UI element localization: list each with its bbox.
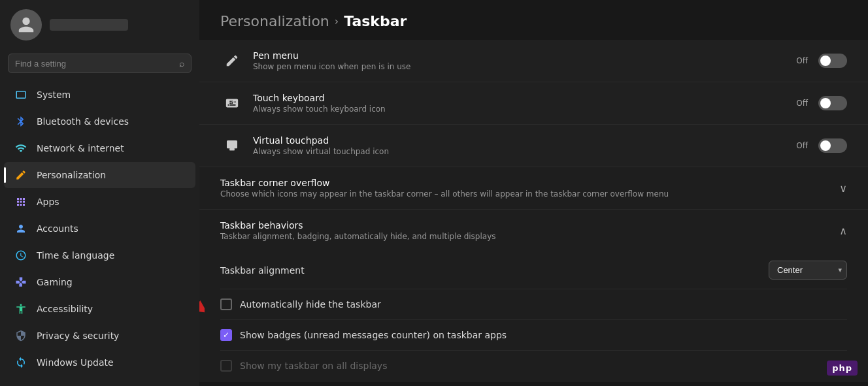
show-badges-checkbox[interactable] [220,329,232,341]
sidebar-item-update[interactable]: Windows Update [4,349,195,376]
virtual-touchpad-toggle-label: Off [796,141,808,150]
virtual-touchpad-title: Virtual touchpad [253,135,796,146]
sidebar-label-gaming: Gaming [37,277,73,287]
touch-keyboard-title: Touch keyboard [253,93,796,103]
alignment-select[interactable]: Center Left [769,261,847,280]
sidebar-item-apps[interactable]: Apps [4,189,195,215]
sidebar-item-gaming[interactable]: Gaming [4,269,195,295]
taskbar-behaviors-title: Taskbar behaviors [220,220,839,231]
sidebar-item-accessibility[interactable]: Accessibility [4,296,195,322]
taskbar-corner-overflow-title: Taskbar corner overflow [220,178,839,188]
sidebar-nav: System Bluetooth & devices Network & int… [0,80,199,386]
avatar[interactable] [10,9,42,40]
sidebar-item-system[interactable]: System [4,82,195,108]
privacy-icon [14,329,27,342]
gaming-icon [14,276,27,289]
sidebar-label-time: Time & language [37,250,114,261]
breadcrumb-current: Taskbar [344,13,407,29]
breadcrumb-chevron: › [335,15,339,27]
accessibility-icon [14,302,27,315]
user-icon [17,16,35,34]
alignment-label: Taskbar alignment [220,265,761,276]
update-icon [14,356,27,369]
system-icon [14,88,27,101]
sidebar-label-network: Network & internet [37,143,124,153]
time-icon [14,249,27,262]
bluetooth-icon [14,115,27,128]
virtual-touchpad-toggle[interactable] [818,138,847,153]
sidebar-item-accounts[interactable]: Accounts [4,216,195,242]
touch-keyboard-toggle-wrap: Off [796,96,847,110]
main-content: Personalization › Taskbar Pen menu Show … [199,0,868,386]
virtual-touchpad-desc: Always show virtual touchpad icon [253,147,796,156]
pen-menu-desc: Show pen menu icon when pen is in use [253,62,796,71]
taskbar-behaviors-header[interactable]: Taskbar behaviors Taskbar alignment, bad… [199,210,868,251]
page-header: Personalization › Taskbar [199,0,868,40]
virtual-touchpad-toggle-wrap: Off [796,138,847,153]
touch-keyboard-text: Touch keyboard Always show touch keyboar… [253,93,796,114]
auto-hide-checkbox[interactable] [220,298,232,310]
svg-rect-1 [229,149,234,151]
search-bar[interactable]: ⌕ [8,54,192,73]
username-block [50,19,128,31]
sidebar-label-update: Windows Update [37,357,114,368]
sidebar-label-privacy: Privacy & security [37,330,119,341]
network-icon [14,142,27,155]
taskbar-behaviors-content: Taskbar alignment Center Left ▾ [199,251,868,381]
pen-menu-row: Pen menu Show pen menu icon when pen is … [199,40,868,82]
svg-line-3 [199,297,201,308]
pen-icon [220,49,244,72]
keyboard-icon [220,91,244,115]
php-badge: php [827,361,858,376]
touch-keyboard-toggle-label: Off [796,99,808,108]
alignment-dropdown-wrap: Center Left ▾ [769,261,847,280]
alignment-row: Taskbar alignment Center Left ▾ [220,251,847,289]
taskbar-corner-overflow-desc: Choose which icons may appear in the tas… [220,189,839,199]
breadcrumb-parent: Personalization [220,13,329,29]
taskbar-corner-overflow-header[interactable]: Taskbar corner overflow Choose which ico… [199,167,868,210]
search-icon: ⌕ [179,58,184,69]
touch-keyboard-desc: Always show touch keyboard icon [253,105,796,114]
sidebar-label-accounts: Accounts [37,223,78,234]
sidebar-label-personalization: Personalization [37,170,106,180]
touchpad-icon [220,134,244,157]
sidebar-label-accessibility: Accessibility [37,304,93,314]
touch-keyboard-row: Touch keyboard Always show touch keyboar… [199,82,868,125]
sidebar-item-bluetooth[interactable]: Bluetooth & devices [4,108,195,135]
sidebar-item-personalization[interactable]: Personalization [4,162,195,188]
show-badges-row: Show badges (unread messages counter) on… [220,320,847,351]
sidebar-item-network[interactable]: Network & internet [4,135,195,161]
show-all-displays-label: Show my taskbar on all displays [240,361,387,371]
auto-hide-label: Automatically hide the taskbar [240,299,381,310]
apps-icon [14,195,27,208]
sidebar-header [0,0,199,50]
sidebar-item-privacy[interactable]: Privacy & security [4,323,195,349]
taskbar-behaviors-desc: Taskbar alignment, badging, automaticall… [220,232,839,241]
pen-menu-toggle-label: Off [796,56,808,65]
auto-hide-row: Automatically hide the taskbar [220,289,847,320]
sidebar: ⌕ System Bluetooth & devices Network & i… [0,0,199,386]
sidebar-label-apps: Apps [37,197,59,207]
show-all-displays-row: Show my taskbar on all displays [220,351,847,381]
show-badges-label: Show badges (unread messages counter) on… [240,330,507,340]
pen-menu-text: Pen menu Show pen menu icon when pen is … [253,50,796,71]
pen-menu-title: Pen menu [253,50,796,61]
touch-keyboard-toggle[interactable] [818,96,847,110]
virtual-touchpad-row: Virtual touchpad Always show virtual tou… [199,125,868,167]
sidebar-item-time[interactable]: Time & language [4,242,195,268]
accounts-icon [14,222,27,235]
personalization-icon [14,169,27,182]
taskbar-behaviors-text: Taskbar behaviors Taskbar alignment, bad… [220,220,839,241]
red-arrow-indicator [199,293,205,316]
sidebar-label-system: System [37,89,71,100]
search-input[interactable] [15,59,174,69]
pen-menu-toggle[interactable] [818,54,847,68]
show-all-displays-checkbox[interactable] [220,360,232,372]
taskbar-corner-overflow-chevron: ∨ [839,182,847,195]
taskbar-corner-overflow-text: Taskbar corner overflow Choose which ico… [220,178,839,199]
taskbar-behaviors-chevron: ∧ [839,225,847,237]
pen-menu-toggle-wrap: Off [796,54,847,68]
virtual-touchpad-text: Virtual touchpad Always show virtual tou… [253,135,796,156]
sidebar-label-bluetooth: Bluetooth & devices [37,116,129,127]
